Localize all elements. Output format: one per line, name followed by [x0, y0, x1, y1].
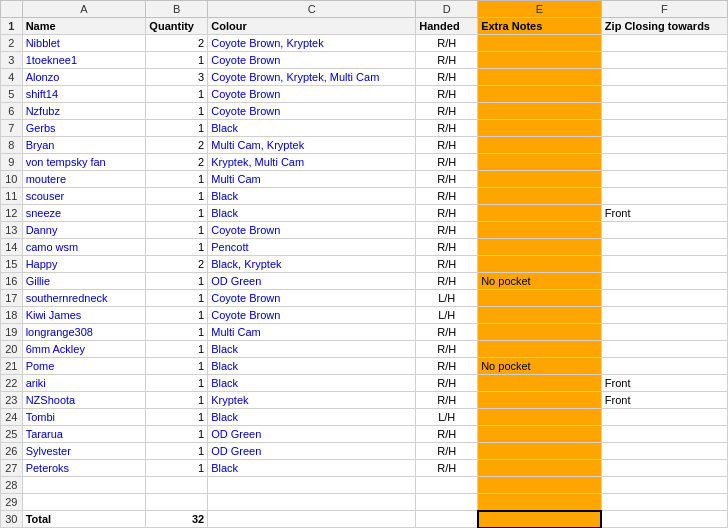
row-num: 8	[1, 137, 23, 154]
cell-colour: Coyote Brown	[208, 52, 416, 69]
cell-handed: R/H	[416, 188, 478, 205]
cell-zip: Front	[601, 392, 727, 409]
table-row: 21Pome1BlackR/HNo pocket	[1, 358, 728, 375]
cell-handed: R/H	[416, 443, 478, 460]
cell-notes	[478, 341, 602, 358]
row-num: 15	[1, 256, 23, 273]
field-header-row: 1 Name Quantity Colour Handed Extra Note…	[1, 18, 728, 35]
cell-qty: 2	[146, 137, 208, 154]
cell-colour: Black, Kryptek	[208, 256, 416, 273]
cell-qty: 32	[146, 511, 208, 528]
cell-name: shift14	[22, 86, 146, 103]
row-num: 5	[1, 86, 23, 103]
cell-zip	[601, 426, 727, 443]
cell-name: Peteroks	[22, 460, 146, 477]
table-row: 18Kiwi James1Coyote BrownL/H	[1, 307, 728, 324]
table-row: 16Gillie1OD GreenR/HNo pocket	[1, 273, 728, 290]
cell-notes	[478, 205, 602, 222]
cell-notes	[478, 222, 602, 239]
cell-zip	[601, 358, 727, 375]
cell-zip	[601, 222, 727, 239]
cell-handed: R/H	[416, 171, 478, 188]
cell-name: Happy	[22, 256, 146, 273]
row-num: 29	[1, 494, 23, 511]
cell-zip	[601, 477, 727, 494]
cell-qty: 1	[146, 426, 208, 443]
cell-name	[22, 494, 146, 511]
cell-zip	[601, 154, 727, 171]
cell-colour	[208, 477, 416, 494]
cell-name: Nzfubz	[22, 103, 146, 120]
spreadsheet: A B C D E F 1 Name Quantity Colour Hande…	[0, 0, 728, 528]
col-d-header: D	[416, 1, 478, 18]
table-row: 31toeknee11Coyote BrownR/H	[1, 52, 728, 69]
cell-notes	[478, 324, 602, 341]
cell-qty: 2	[146, 256, 208, 273]
col-a-header: A	[22, 1, 146, 18]
cell-qty: 1	[146, 120, 208, 137]
cell-qty: 1	[146, 239, 208, 256]
table-row: 22ariki1BlackR/HFront	[1, 375, 728, 392]
table-row: 27Peteroks1BlackR/H	[1, 460, 728, 477]
cell-name	[22, 477, 146, 494]
cell-zip	[601, 103, 727, 120]
row-num: 20	[1, 341, 23, 358]
cell-name: ariki	[22, 375, 146, 392]
row-num-1: 1	[1, 18, 23, 35]
cell-colour: Black	[208, 341, 416, 358]
row-num: 18	[1, 307, 23, 324]
cell-colour: Coyote Brown, Kryptek	[208, 35, 416, 52]
row-num: 3	[1, 52, 23, 69]
cell-colour: Kryptek	[208, 392, 416, 409]
cell-notes	[478, 375, 602, 392]
cell-handed: R/H	[416, 222, 478, 239]
cell-handed: R/H	[416, 341, 478, 358]
table-row: 10moutere1Multi CamR/H	[1, 171, 728, 188]
cell-colour: Black	[208, 205, 416, 222]
cell-qty: 1	[146, 222, 208, 239]
cell-notes	[478, 494, 602, 511]
cell-handed: R/H	[416, 426, 478, 443]
cell-zip: Front	[601, 205, 727, 222]
table-row: 26Sylvester1OD GreenR/H	[1, 443, 728, 460]
table-row: 15Happy2Black, KryptekR/H	[1, 256, 728, 273]
cell-handed: L/H	[416, 409, 478, 426]
cell-handed: R/H	[416, 52, 478, 69]
cell-notes	[478, 188, 602, 205]
cell-notes	[478, 69, 602, 86]
cell-notes: No pocket	[478, 358, 602, 375]
cell-qty	[146, 477, 208, 494]
cell-name: scouser	[22, 188, 146, 205]
cell-colour: Coyote Brown	[208, 307, 416, 324]
cell-zip	[601, 188, 727, 205]
cell-zip	[601, 324, 727, 341]
table-row: 11scouser1BlackR/H	[1, 188, 728, 205]
cell-name: Gerbs	[22, 120, 146, 137]
table-row: 9von tempsky fan2Kryptek, Multi CamR/H	[1, 154, 728, 171]
cell-qty: 2	[146, 35, 208, 52]
cell-notes: No pocket	[478, 273, 602, 290]
cell-handed: R/H	[416, 256, 478, 273]
cell-colour: Black	[208, 409, 416, 426]
row-num: 13	[1, 222, 23, 239]
table-row: 28	[1, 477, 728, 494]
cell-name: southernredneck	[22, 290, 146, 307]
cell-qty: 1	[146, 358, 208, 375]
table-row: 24Tombi1BlackL/H	[1, 409, 728, 426]
cell-notes	[478, 154, 602, 171]
cell-colour: Coyote Brown	[208, 222, 416, 239]
cell-name: 1toeknee1	[22, 52, 146, 69]
cell-handed: R/H	[416, 239, 478, 256]
cell-qty: 1	[146, 273, 208, 290]
table-row: 6Nzfubz1Coyote BrownR/H	[1, 103, 728, 120]
cell-notes	[478, 426, 602, 443]
cell-name: Kiwi James	[22, 307, 146, 324]
table-body: 1 Name Quantity Colour Handed Extra Note…	[1, 18, 728, 528]
cell-qty: 1	[146, 205, 208, 222]
row-num: 9	[1, 154, 23, 171]
cell-handed	[416, 511, 478, 528]
cell-qty: 1	[146, 341, 208, 358]
header-handed: Handed	[416, 18, 478, 35]
cell-qty: 1	[146, 103, 208, 120]
cell-notes	[478, 239, 602, 256]
